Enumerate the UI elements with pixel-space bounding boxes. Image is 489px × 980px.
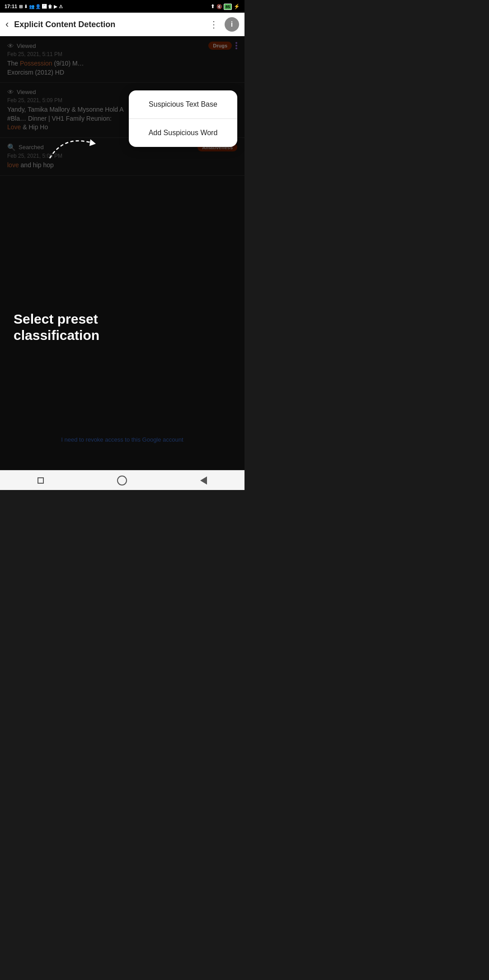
info-button[interactable]: i xyxy=(225,17,239,32)
nav-bar xyxy=(0,470,244,490)
bluetooth-icon: ⬆ xyxy=(211,4,215,9)
status-bar: 17:11 ⊞ ⬇ 👥 👤 🅿 🗑 ▶ ⚠ ⬆ 🔇 85 ⚡ xyxy=(0,0,244,13)
menu-button[interactable]: ⋮ xyxy=(209,19,218,30)
popup-menu: Suspicious Text Base Add Suspicious Word xyxy=(129,90,237,147)
nav-home-button[interactable] xyxy=(113,471,131,490)
back-button[interactable]: ‹ xyxy=(5,19,9,30)
popup-item-add-suspicious-word[interactable]: Add Suspicious Word xyxy=(129,119,237,147)
page-title: Explicit Content Detection xyxy=(14,20,204,29)
preset-line-2: classification xyxy=(14,327,99,344)
header-icons: ⋮ i xyxy=(209,17,239,32)
arrow-annotation xyxy=(45,127,99,165)
stop-icon xyxy=(38,477,44,484)
header: ‹ Explicit Content Detection ⋮ i xyxy=(0,13,244,36)
battery-level: 85 xyxy=(224,4,232,10)
charging-icon: ⚡ xyxy=(234,4,240,9)
preset-classification-label: Select preset classification xyxy=(14,311,99,344)
svg-marker-0 xyxy=(89,139,96,146)
status-time: 17:11 xyxy=(5,4,17,9)
battery-icon: 85 xyxy=(224,4,232,9)
back-icon xyxy=(200,476,207,485)
status-right: ⬆ 🔇 85 ⚡ xyxy=(211,4,240,9)
status-left: 17:11 ⊞ ⬇ 👥 👤 🅿 🗑 ▶ ⚠ xyxy=(5,4,63,9)
app-icons: ⊞ ⬇ 👥 👤 🅿 🗑 ▶ ⚠ xyxy=(19,4,62,9)
nav-stop-button[interactable] xyxy=(32,471,50,490)
home-icon xyxy=(117,476,127,485)
preset-line-1: Select preset xyxy=(14,311,99,327)
main-content: 👁 Viewed Drugs Feb 25, 2021, 5:11 PM The… xyxy=(0,36,244,470)
popup-item-suspicious-text-base[interactable]: Suspicious Text Base xyxy=(129,90,237,119)
nav-back-button[interactable] xyxy=(195,471,213,490)
mute-icon: 🔇 xyxy=(216,4,222,9)
